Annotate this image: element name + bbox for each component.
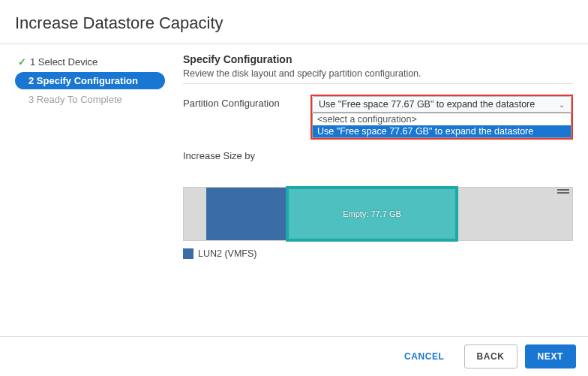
main-panel: Specify Configuration Review the disk la… xyxy=(165,53,573,259)
segment-free-label: Empty: 77.7 GB xyxy=(343,209,401,218)
legend-swatch-vmfs xyxy=(183,248,194,259)
check-icon: ✓ xyxy=(18,56,28,68)
step-label: 3 Ready To Complete xyxy=(28,94,122,105)
step-label: 2 Specify Configuration xyxy=(28,75,138,86)
partition-config-dropdown-highlight: Use "Free space 77.67 GB" to expand the … xyxy=(310,95,573,140)
segment-unallocated xyxy=(458,188,572,240)
cancel-button[interactable]: CANCEL xyxy=(392,345,457,368)
resize-handle-icon[interactable] xyxy=(557,189,569,194)
partition-bar: Empty: 77.7 GB xyxy=(183,187,573,241)
option-placeholder[interactable]: <select a configuration> xyxy=(313,113,571,125)
partition-config-row: Partition Configuration Use "Free space … xyxy=(183,95,573,140)
section-title: Specify Configuration xyxy=(183,53,573,65)
select-value: Use "Free space 77.67 GB" to expand the … xyxy=(319,99,535,110)
wizard-body: ✓ 1 Select Device 2 Specify Configuratio… xyxy=(0,44,588,259)
segment-free-space[interactable]: Empty: 77.7 GB xyxy=(286,186,458,242)
increase-size-row: Increase Size by xyxy=(183,147,573,161)
chevron-down-icon: ⌄ xyxy=(559,101,565,109)
segment-vmfs xyxy=(206,188,287,240)
increase-size-label: Increase Size by xyxy=(183,147,310,161)
segment-reserved xyxy=(184,188,206,240)
step-ready-to-complete[interactable]: 3 Ready To Complete xyxy=(15,91,165,108)
wizard-steps: ✓ 1 Select Device 2 Specify Configuratio… xyxy=(15,53,165,259)
step-specify-configuration[interactable]: 2 Specify Configuration xyxy=(15,72,165,89)
partition-config-select[interactable]: Use "Free space 77.67 GB" to expand the … xyxy=(312,96,572,113)
option-free-space[interactable]: Use "Free space 77.67 GB" to expand the … xyxy=(313,125,571,137)
section-subtitle: Review the disk layout and specify parti… xyxy=(183,68,573,79)
partition-config-options: <select a configuration> Use "Free space… xyxy=(312,113,572,138)
partition-chart: Empty: 77.7 GB LUN2 (VMFS) xyxy=(183,187,573,259)
legend-label: LUN2 (VMFS) xyxy=(198,248,256,259)
partition-config-label: Partition Configuration xyxy=(183,95,310,109)
divider xyxy=(183,83,573,84)
chart-legend: LUN2 (VMFS) xyxy=(183,248,573,259)
step-label: 1 Select Device xyxy=(30,56,98,68)
step-select-device[interactable]: ✓ 1 Select Device xyxy=(15,53,165,71)
back-button[interactable]: BACK xyxy=(464,344,518,368)
page-title: Increase Datastore Capacity xyxy=(0,0,588,44)
next-button[interactable]: NEXT xyxy=(525,344,576,368)
wizard-footer: CANCEL BACK NEXT xyxy=(0,336,588,376)
